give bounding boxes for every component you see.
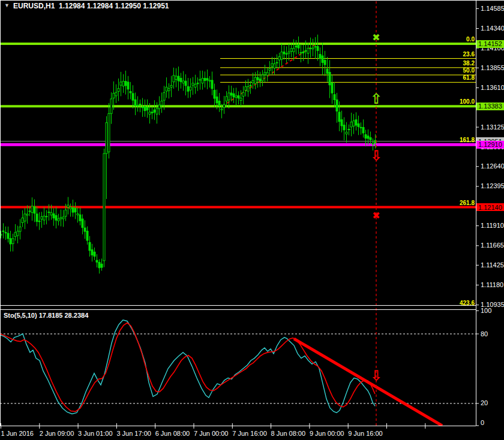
candle xyxy=(334,95,335,100)
candle xyxy=(26,214,28,215)
time-tick-label: 9 Jun 00:00 xyxy=(310,430,344,437)
chart-title: EURUSD,H1 1.12984 1.12984 1.12950 1.1295… xyxy=(13,2,169,10)
candle xyxy=(259,79,261,82)
chart-canvas[interactable] xyxy=(0,0,504,440)
candle xyxy=(161,101,163,106)
candle xyxy=(346,132,347,134)
candle xyxy=(293,48,295,52)
candle xyxy=(103,153,105,261)
fib-level-label: 38.2 xyxy=(463,60,475,67)
candle xyxy=(274,64,275,68)
candle xyxy=(144,107,146,111)
candle xyxy=(202,79,203,83)
candle xyxy=(173,76,175,82)
candle xyxy=(211,80,213,89)
resistance-price-box: 1.14152 xyxy=(476,40,504,48)
candle xyxy=(156,109,158,114)
candle xyxy=(209,80,211,81)
time-tick-label: 3 Jun 01:00 xyxy=(78,430,113,437)
sto-down-arrow-icon[interactable]: ⇩ xyxy=(370,369,382,383)
candle xyxy=(370,138,371,140)
candle xyxy=(5,233,7,233)
candle xyxy=(312,48,314,49)
candle xyxy=(286,53,287,54)
candle xyxy=(154,110,155,112)
candle xyxy=(192,83,194,85)
fib-level-label: 161.8 xyxy=(460,137,475,143)
candle xyxy=(84,228,86,231)
candle xyxy=(146,107,148,110)
candle xyxy=(70,207,71,209)
candle xyxy=(290,49,292,52)
candle xyxy=(149,112,151,114)
candle xyxy=(72,207,74,212)
cross-down-icon[interactable]: ✖ xyxy=(372,211,380,221)
price-tick-label: 1.11425 xyxy=(481,261,504,269)
candle xyxy=(60,218,62,219)
candle xyxy=(166,87,167,91)
candle xyxy=(338,112,340,122)
candle xyxy=(67,205,69,207)
candle xyxy=(55,216,57,221)
candle xyxy=(353,121,355,126)
candle xyxy=(122,81,124,86)
candle xyxy=(118,89,119,92)
cross-up-icon[interactable]: ✖ xyxy=(372,33,380,43)
candle xyxy=(158,105,160,109)
down-arrow-icon[interactable]: ⇩ xyxy=(370,149,382,163)
candle xyxy=(307,48,309,53)
candle xyxy=(322,56,323,62)
candle xyxy=(142,107,143,108)
candle xyxy=(305,50,307,51)
candle xyxy=(31,206,33,213)
candle xyxy=(242,92,244,96)
candle xyxy=(82,219,83,227)
candle xyxy=(298,45,299,48)
price-tick-label: 1.13610 xyxy=(481,84,504,91)
candle xyxy=(41,216,43,219)
candle xyxy=(281,52,283,59)
candle xyxy=(197,83,199,83)
candle xyxy=(185,81,187,86)
candle xyxy=(341,120,343,126)
candle xyxy=(10,239,11,244)
stochastic-series xyxy=(0,320,476,426)
chevron-down-icon[interactable]: ▼ xyxy=(4,2,10,8)
up-arrow-icon[interactable]: ⇧ xyxy=(370,92,382,106)
candle xyxy=(358,123,359,126)
candle xyxy=(190,87,191,90)
candle xyxy=(264,73,266,74)
price-tick-label: 1.12395 xyxy=(481,182,504,189)
time-tick-label: 8 Jun 08:00 xyxy=(271,430,306,437)
candle xyxy=(367,136,369,138)
candle xyxy=(86,231,88,240)
candle xyxy=(137,106,139,106)
candle xyxy=(53,214,55,218)
candle xyxy=(276,62,278,63)
candle xyxy=(295,46,297,47)
candle xyxy=(233,94,235,97)
candle xyxy=(199,79,201,80)
candlestick-series xyxy=(0,35,376,274)
ohlc-quotes-label: 1.12984 1.12984 1.12950 1.12951 xyxy=(55,2,169,10)
fib-level-label: 100.0 xyxy=(460,98,475,105)
candle xyxy=(283,52,285,54)
fib-level-label: 261.8 xyxy=(460,200,475,206)
candle xyxy=(134,100,136,106)
candle xyxy=(175,76,177,80)
candle xyxy=(178,76,179,81)
candle xyxy=(89,242,91,251)
candle xyxy=(48,212,50,213)
candle xyxy=(125,82,127,86)
time-tick-label: 7 Jun 00:00 xyxy=(194,430,229,437)
indicator-label: Sto(5,5,10) 17.8185 28.2384 xyxy=(4,312,88,319)
candle xyxy=(221,109,223,110)
candle xyxy=(127,82,129,89)
sto-tick-label: 80 xyxy=(481,330,488,337)
horizontal-lines[interactable] xyxy=(0,44,476,207)
candle xyxy=(98,263,100,268)
candle xyxy=(223,104,225,107)
candle xyxy=(238,96,239,98)
fibonacci-retracement[interactable] xyxy=(220,44,476,207)
candle xyxy=(180,78,182,82)
